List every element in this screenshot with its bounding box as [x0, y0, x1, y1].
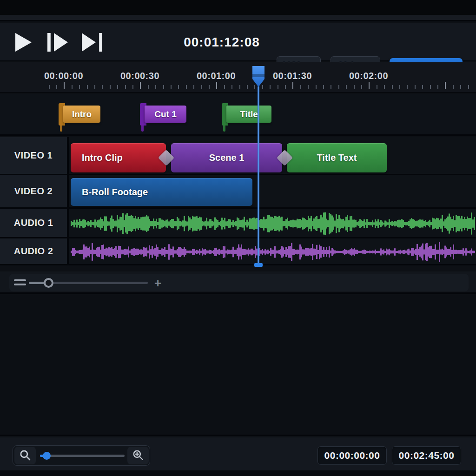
ruler-tick — [354, 85, 355, 89]
bottom-strip — [0, 470, 476, 476]
marker-flag-label: Title — [226, 106, 271, 123]
viewport-zoom-slider[interactable] — [40, 446, 126, 465]
timeline-zoom-bar: + — [0, 271, 476, 294]
zoom-in-icon[interactable]: + — [154, 276, 161, 291]
ruler-tick — [79, 85, 80, 89]
track-header[interactable]: AUDIO 1 — [0, 209, 69, 237]
ruler-timecode-label: 00:00:00 — [31, 71, 96, 81]
magnifier-button[interactable] — [14, 447, 36, 464]
playhead-band — [252, 74, 264, 77]
ruler-tick — [148, 85, 149, 89]
ruler-tick — [87, 85, 88, 89]
ruler-tick — [239, 85, 240, 89]
ruler-tick — [56, 85, 57, 89]
clip-label: Title Text — [317, 152, 357, 163]
ruler-tick — [430, 85, 431, 89]
preview-area — [0, 295, 476, 436]
ruler-tick — [468, 85, 469, 89]
playhead-foot — [254, 263, 263, 267]
ruler-tick — [49, 85, 50, 89]
track-row: AUDIO 2 — [0, 238, 476, 265]
clip-label: Scene 1 — [209, 152, 245, 163]
ruler-tick — [231, 85, 232, 89]
zoom-out-icon[interactable] — [14, 279, 26, 286]
slider-thumb[interactable] — [44, 278, 53, 288]
menu-strip — [0, 15, 476, 21]
step-forward-button[interactable] — [45, 29, 71, 55]
slider-thumb[interactable] — [43, 452, 51, 460]
ruler-tick — [270, 85, 271, 89]
ruler-tick — [72, 85, 73, 89]
ruler-tick — [437, 85, 438, 89]
play-button[interactable] — [10, 29, 36, 55]
transport-controls — [10, 23, 105, 61]
ruler-tick — [247, 85, 248, 89]
ruler-tick — [453, 85, 454, 89]
ruler-tick — [163, 85, 164, 89]
timeline-clip[interactable]: Title Text — [287, 143, 387, 172]
ruler-tick — [140, 82, 141, 89]
ruler-tick — [178, 85, 179, 89]
skip-end-button[interactable] — [79, 29, 105, 55]
timeline-zoom-panel: + — [9, 274, 469, 291]
ruler-tick — [308, 85, 309, 89]
track-row: AUDIO 1 — [0, 209, 476, 238]
ruler-tick — [155, 85, 156, 89]
ruler-tick — [209, 85, 210, 89]
audio-waveform[interactable] — [71, 240, 476, 264]
ruler-tick — [125, 85, 126, 89]
ruler-tick — [94, 85, 95, 89]
ruler-tick — [285, 85, 286, 89]
ruler-tick — [110, 85, 111, 89]
ruler-tick — [346, 85, 347, 89]
track-header[interactable]: VIDEO 1 — [0, 137, 69, 174]
play-icon — [13, 32, 33, 53]
ruler-tick — [171, 85, 172, 89]
timeline-end-timecode[interactable]: 00:02:45:00 — [392, 446, 461, 465]
timeline-start-timecode[interactable]: 00:00:00:00 — [317, 446, 387, 465]
track-header[interactable]: VIDEO 2 — [0, 175, 69, 207]
ruler-tick — [102, 85, 103, 89]
ruler-tick — [64, 82, 65, 89]
ruler-tick — [278, 85, 278, 89]
ruler-tick — [392, 85, 393, 89]
timeline-zoom-slider[interactable] — [29, 274, 150, 291]
timeline-clip[interactable]: Intro Clip — [71, 143, 166, 172]
ruler-tick — [132, 85, 133, 89]
timeline-clip[interactable]: Scene 1 — [171, 143, 282, 172]
current-timecode: 00:01:12:08 — [168, 23, 275, 61]
playhead-line — [258, 86, 259, 264]
ruler-tick — [186, 85, 187, 89]
marker-flag-tail — [60, 126, 62, 132]
track-header[interactable]: AUDIO 2 — [0, 238, 69, 264]
track-name: AUDIO 2 — [14, 246, 53, 257]
ruler-tick — [445, 82, 446, 89]
ruler-timecode-label: 00:00:30 — [107, 71, 172, 81]
clip-label: B-Roll Footage — [82, 187, 148, 198]
zoom-control-group — [13, 445, 150, 466]
marker-row: IntroCut 1Title — [0, 94, 476, 136]
track-name: AUDIO 1 — [14, 218, 53, 228]
audio-waveform[interactable] — [71, 211, 476, 237]
marker-flag-label: Cut 1 — [145, 106, 186, 123]
clip-label: Intro Clip — [82, 152, 123, 163]
ruler-tick — [384, 85, 385, 89]
ruler-tick — [331, 85, 331, 89]
ruler-tick — [369, 82, 370, 89]
toolbar: 00:01:12:08 1080p ▼ 60 fps ▼ EXPORT — [0, 23, 476, 61]
timeline-ruler[interactable]: 00:00:0000:00:3000:01:0000:01:3000:02:00 — [0, 62, 476, 93]
magnifier-plus-button[interactable] — [127, 447, 149, 464]
ruler-tick — [361, 85, 362, 89]
marker-flag-tail — [141, 126, 144, 132]
track-row: VIDEO 1Intro ClipScene 1Title Text — [0, 137, 476, 175]
slider-track — [40, 455, 125, 457]
ruler-tick — [117, 85, 118, 89]
ruler-tick — [254, 85, 255, 89]
ruler-tick — [262, 85, 263, 89]
timeline-clip[interactable]: B-Roll Footage — [71, 178, 252, 206]
marker-flag-tail — [223, 126, 225, 132]
ruler-tick — [300, 85, 301, 89]
ruler-tick — [224, 85, 225, 89]
top-band — [0, 0, 476, 15]
ruler-tick — [292, 82, 293, 89]
